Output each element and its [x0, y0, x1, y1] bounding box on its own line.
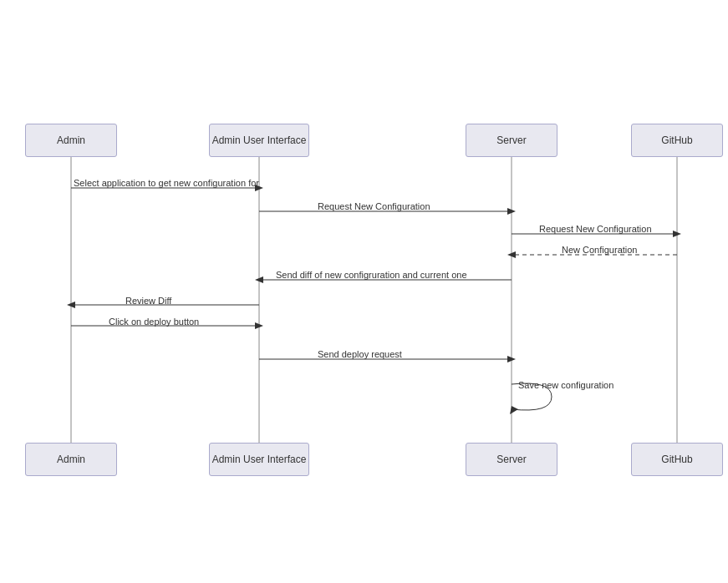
actor-server-bottom: Server [466, 443, 557, 476]
msg5-label: Send diff of new configruration and curr… [276, 270, 467, 280]
svg-marker-11 [507, 251, 516, 258]
diagram-arrows [0, 0, 728, 583]
msg1-label: Select application to get new configurat… [74, 178, 259, 188]
msg3-label: Request New Configuration [539, 224, 652, 234]
actor-server-top: Server [466, 124, 557, 157]
svg-marker-17 [255, 322, 263, 329]
msg6-label: Review Diff [125, 296, 171, 306]
actor-admin-bottom: Admin [25, 443, 117, 476]
msg9-label: Save new configuration [518, 380, 613, 390]
svg-marker-19 [507, 356, 516, 362]
svg-marker-20 [510, 406, 518, 414]
actor-github-top: GitHub [631, 124, 723, 157]
actor-ui-bottom: Admin User Interface [209, 443, 309, 476]
actor-admin-top: Admin [25, 124, 117, 157]
msg4-label: New Configuration [562, 245, 638, 255]
svg-marker-9 [673, 231, 681, 237]
sequence-diagram: Admin Admin User Interface Server GitHub… [0, 0, 728, 583]
svg-marker-7 [507, 208, 516, 215]
actor-github-bottom: GitHub [631, 443, 723, 476]
svg-marker-15 [67, 302, 75, 308]
actor-ui-top: Admin User Interface [209, 124, 309, 157]
msg2-label: Request New Configuration [318, 201, 430, 211]
msg7-label: Click on deploy button [109, 317, 199, 327]
svg-marker-13 [255, 276, 263, 283]
msg8-label: Send deploy request [318, 349, 402, 359]
